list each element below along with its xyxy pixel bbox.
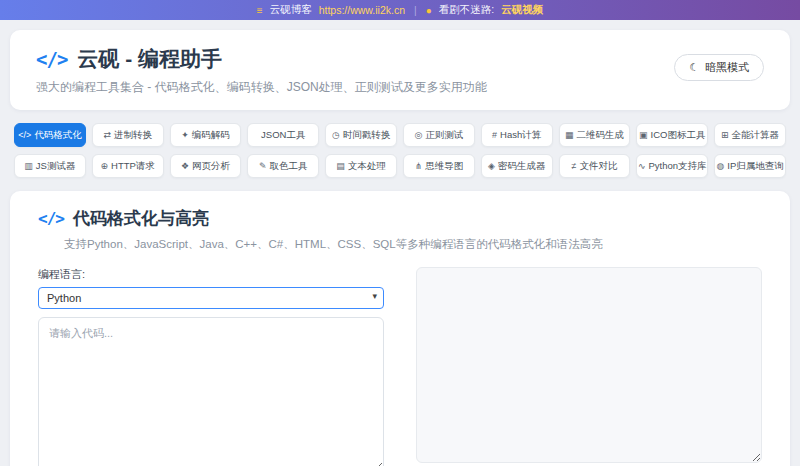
tool-ip-lookup[interactable]: ◍IP归属地查询 xyxy=(714,154,786,178)
tool-label: JS测试器 xyxy=(36,160,76,173)
language-select[interactable]: Python xyxy=(38,287,384,309)
tool-file-diff[interactable]: ≠文件对比 xyxy=(559,154,631,178)
topbar-divider: | xyxy=(414,4,417,16)
tool-python-libs[interactable]: ∿Python支持库 xyxy=(636,154,708,178)
tool-color-picker[interactable]: ✎取色工具 xyxy=(247,154,319,178)
main-panel: </> 代码格式化与高亮 支持Python、JavaScript、Java、C+… xyxy=(10,191,790,466)
tool-web-analyze[interactable]: ❖网页分析 xyxy=(170,154,242,178)
tool-label: 思维导图 xyxy=(425,160,463,173)
editor-row: 编程语言: Python ▾ xyxy=(38,267,762,466)
js-tester-icon: ▥ xyxy=(24,161,33,171)
tool-qrcode-generate[interactable]: ▦二维码生成 xyxy=(559,123,631,147)
tool-label: 网页分析 xyxy=(192,160,230,173)
tool-label: ICO图标工具 xyxy=(651,129,706,142)
tool-text-process[interactable]: ▤文本处理 xyxy=(325,154,397,178)
format-output[interactable] xyxy=(416,267,762,463)
tool-label: IP归属地查询 xyxy=(727,160,783,173)
tool-label: 文本处理 xyxy=(348,160,386,173)
code-input[interactable] xyxy=(38,317,384,466)
tool-label: 时间戳转换 xyxy=(343,129,391,142)
video-site-link[interactable]: 云砚视频 xyxy=(501,3,543,17)
python-libs-icon: ∿ xyxy=(638,161,646,171)
tool-label: 编码解码 xyxy=(192,129,230,142)
file-diff-icon: ≠ xyxy=(572,161,577,171)
language-select-wrap: Python ▾ xyxy=(38,287,384,309)
tool-calculator[interactable]: ⊞全能计算器 xyxy=(714,123,786,147)
tool-label: 文件对比 xyxy=(579,160,617,173)
tool-code-format[interactable]: </>代码格式化 xyxy=(14,123,86,147)
moon-icon: ☾ xyxy=(689,61,699,74)
header-card: </> 云砚 - 编程助手 强大的编程工具集合 - 代码格式化、编码转换、JSO… xyxy=(10,30,790,110)
dark-mode-label: 暗黑模式 xyxy=(705,60,749,75)
blog-url-link[interactable]: https://www.ii2k.cn xyxy=(319,4,405,16)
tool-json-tools[interactable]: JSON工具 xyxy=(247,123,319,147)
code-format-icon: </> xyxy=(18,130,31,140)
tool-label: 二维码生成 xyxy=(577,129,625,142)
section-header: </> 代码格式化与高亮 xyxy=(38,207,762,230)
tool-label: JSON工具 xyxy=(261,129,305,142)
promo-label: 看剧不迷路: xyxy=(439,3,494,17)
blog-list-icon: ≡ xyxy=(257,5,263,16)
encode-decode-icon: ✦ xyxy=(181,130,189,140)
output-column xyxy=(416,267,762,466)
section-title: 代码格式化与高亮 xyxy=(73,207,209,230)
page-title: 云砚 - 编程助手 xyxy=(77,45,222,73)
bell-icon: ● xyxy=(426,5,432,16)
topbar: ≡ 云砚博客 https://www.ii2k.cn | ● 看剧不迷路: 云砚… xyxy=(0,0,800,20)
hash-calc-icon: # xyxy=(492,130,497,140)
color-picker-icon: ✎ xyxy=(259,161,267,171)
tool-label: HTTP请求 xyxy=(111,160,155,173)
tool-ico-tools[interactable]: ▣ICO图标工具 xyxy=(636,123,708,147)
blog-label: 云砚博客 xyxy=(270,3,312,17)
calculator-icon: ⊞ xyxy=(721,130,729,140)
timestamp-convert-icon: ◷ xyxy=(332,130,340,140)
tool-http-request[interactable]: ⊕HTTP请求 xyxy=(92,154,164,178)
tool-encode-decode[interactable]: ✦编码解码 xyxy=(170,123,242,147)
tool-regex-test[interactable]: ◎正则测试 xyxy=(403,123,475,147)
tool-label: 正则测试 xyxy=(425,129,463,142)
tool-grid: </>代码格式化⇄进制转换✦编码解码JSON工具◷时间戳转换◎正则测试#Hash… xyxy=(14,123,786,178)
tool-base-convert[interactable]: ⇄进制转换 xyxy=(92,123,164,147)
code-brackets-icon: </> xyxy=(38,209,64,228)
section-subtitle: 支持Python、JavaScript、Java、C++、C#、HTML、CSS… xyxy=(64,237,762,252)
tool-js-tester[interactable]: ▥JS测试器 xyxy=(14,154,86,178)
tool-password-generator[interactable]: ◈密码生成器 xyxy=(481,154,553,178)
tool-label: 全能计算器 xyxy=(732,129,780,142)
web-analyze-icon: ❖ xyxy=(181,161,189,171)
ip-lookup-icon: ◍ xyxy=(716,161,724,171)
title-row: </> 云砚 - 编程助手 xyxy=(36,45,764,73)
regex-test-icon: ◎ xyxy=(414,130,422,140)
tool-label: 进制转换 xyxy=(114,129,152,142)
http-request-icon: ⊕ xyxy=(101,161,109,171)
page-subtitle: 强大的编程工具集合 - 代码格式化、编码转换、JSON处理、正则测试及更多实用功… xyxy=(36,79,764,96)
password-generator-icon: ◈ xyxy=(488,161,495,171)
dark-mode-button[interactable]: ☾ 暗黑模式 xyxy=(674,54,764,81)
base-convert-icon: ⇄ xyxy=(103,130,111,140)
tool-mindmap[interactable]: ⋔思维导图 xyxy=(403,154,475,178)
code-brackets-icon: </> xyxy=(36,48,67,70)
mindmap-icon: ⋔ xyxy=(415,161,423,171)
tool-label: 取色工具 xyxy=(270,160,308,173)
tool-label: 密码生成器 xyxy=(498,160,546,173)
text-process-icon: ▤ xyxy=(336,161,345,171)
input-column: 编程语言: Python ▾ xyxy=(38,267,384,466)
language-label: 编程语言: xyxy=(38,267,384,282)
tool-label: Python支持库 xyxy=(649,160,707,173)
ico-tools-icon: ▣ xyxy=(639,130,648,140)
tool-timestamp-convert[interactable]: ◷时间戳转换 xyxy=(325,123,397,147)
tool-label: 代码格式化 xyxy=(34,129,82,142)
qrcode-generate-icon: ▦ xyxy=(565,130,574,140)
tool-label: Hash计算 xyxy=(500,129,541,142)
tool-hash-calc[interactable]: #Hash计算 xyxy=(481,123,553,147)
